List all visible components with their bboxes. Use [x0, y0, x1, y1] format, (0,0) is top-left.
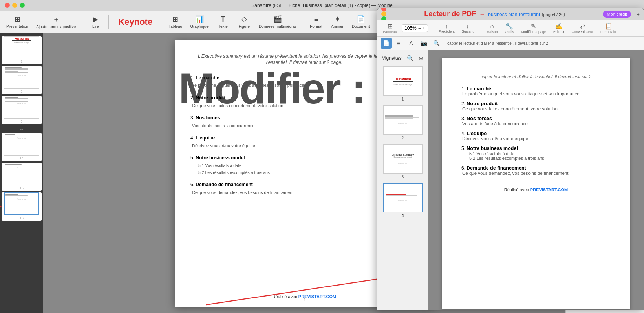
toolbar-format[interactable]: ≡ Format [306, 14, 326, 30]
slide-num-1: 1 [20, 59, 22, 64]
slide-thumb-1[interactable]: Restaurant Notes de bas de page 1 [2, 36, 42, 64]
pdf-second-toolbar: 📄 ≡ A 📷 🔍 capter le lecteur et d'aller à… [377, 37, 644, 50]
outils-label: Outils [505, 33, 514, 34]
convertisseur-label: Convertisseur [571, 33, 593, 34]
main-area: Restaurant Notes de bas de page 1 Notes … [0, 33, 644, 313]
item-5-title: Notre business model [196, 155, 245, 161]
slide-thumb-3[interactable]: Notes de bas 3 [2, 96, 42, 124]
slide-num-3: 3 [20, 119, 22, 124]
pdf-camera-btn[interactable]: 📷 [418, 38, 429, 49]
item-3-title: Nos forces [196, 115, 220, 121]
toolbar-figure-label: Figure [239, 24, 250, 29]
toolbar-animer[interactable]: ✦ Animer [327, 13, 347, 30]
maximize-button[interactable] [20, 3, 25, 8]
toolbar-texte-label: Texte [218, 24, 228, 29]
toolbar-figure[interactable]: ◇ Figure [234, 13, 254, 30]
pdf-tool-editeur[interactable]: ✍ Éditeur [551, 33, 567, 35]
pdf-tool-modifier-page[interactable]: ✎ Modifier la page [519, 33, 549, 35]
toolbar-multimedia[interactable]: 🎬 Données multimédias [256, 13, 300, 30]
pdf-thumb-3[interactable]: Executive Summary Description du projet … [379, 144, 426, 179]
pdf-list-item-4: 4. L'équipe Décrivez-vous et/ou votre éq… [461, 131, 611, 141]
pdf-thumb-4[interactable]: Notes de bas 4 [379, 183, 426, 218]
pdf-thumb-4-img: Notes de bas [383, 183, 423, 212]
pdf-item-6-desc: Ce que vous demandez, vos besoins de fin… [461, 171, 611, 176]
pdf-list-item-1: 1. Le marché Le problème auquel vous vou… [461, 86, 611, 96]
pdf-tool-precedent[interactable]: ↑ Précédent [436, 33, 457, 34]
pdf-toolbar: ⊞ Panneau 105% − + ↑ Précédent ↓ Suivant… [377, 33, 644, 37]
toolbar-separator [82, 15, 82, 29]
pdf-text-btn[interactable]: A [406, 38, 417, 49]
pdf-thumbs-header: Vignettes 🔍 ⊕ [379, 53, 426, 63]
pdf-thumbs-zoom-icon[interactable]: ⊕ [419, 55, 423, 61]
pdf-item-5-1: 5.1 Vos résultats à date [461, 151, 611, 156]
slide-num-14: 14 [20, 156, 24, 161]
pdf-outline-btn[interactable]: ≡ [393, 38, 404, 49]
toolbar-presentation-label: Présentation [6, 24, 28, 29]
pdf-tool-formulaire[interactable]: 📋 Formulaire [598, 33, 620, 35]
pdf-tool-panneau[interactable]: ⊞ Panneau [381, 33, 399, 35]
format-icon: ≡ [314, 15, 318, 24]
suivant-label: Suivant [462, 33, 474, 33]
keynote-title: Keynote [112, 17, 159, 27]
maison-label: Maison [487, 33, 498, 34]
slide-thumb-2[interactable]: Notes de bas 2 [2, 66, 42, 94]
pdf-thumb-3-img: Executive Summary Description du projet … [383, 144, 423, 174]
pdf-header-note: capter le lecteur et d'aller à l'essenti… [461, 74, 611, 80]
toolbar-texte[interactable]: T Texte [213, 14, 233, 30]
toolbar-read-label: Lire [92, 24, 99, 29]
slide-footer-link[interactable]: PREVISTART.COM [298, 294, 336, 299]
pdf-tool-convertisseur[interactable]: ⇄ Convertisseur [569, 33, 596, 35]
toolbar-graphique-label: Graphique [190, 24, 209, 29]
pdf-tool-outils[interactable]: 🔧 Outils [503, 33, 516, 35]
pdf-page: capter le lecteur et d'aller à l'essenti… [442, 58, 630, 309]
slide-thumb-16[interactable]: Notes de bas 16 [2, 192, 42, 221]
toolbar-presentation[interactable]: ⊞ Présentation [3, 13, 31, 30]
pdf-footer: Réalisé avec PREVISTART.COM [461, 187, 611, 192]
precedent-label: Précédent [439, 33, 455, 33]
pdf-thumb-4-num: 4 [402, 214, 404, 218]
pdf-thumb-1-img: Restaurant Notes de bas de page [383, 66, 423, 96]
toolbar-document[interactable]: 📄 Document [349, 13, 373, 30]
pdf-thumbs-search-icon[interactable]: 🔍 [407, 55, 413, 61]
add-slide-icon: ＋ [53, 15, 60, 24]
pdf-page-content: capter le lecteur et d'aller à l'essenti… [461, 74, 611, 192]
pdf-search-btn[interactable]: 🔍 [431, 38, 442, 49]
pdf-thumb-1-num: 1 [402, 97, 404, 101]
toolbar-read[interactable]: ▶ Lire [86, 13, 105, 30]
pdf-item-3-title: Nos forces [467, 116, 492, 121]
minimize-button[interactable] [12, 3, 17, 8]
read-icon: ▶ [93, 15, 98, 24]
slide-thumb-14[interactable]: Notes de bas 14 [2, 133, 42, 161]
pdf-page-view-btn[interactable]: 📄 [381, 38, 392, 49]
toolbar-format-label: Format [310, 24, 322, 29]
pdf-footer-link[interactable]: PREVISTART.COM [530, 187, 568, 192]
item-6-title: Demande de financement [196, 182, 252, 187]
toolbar-separator-3 [162, 15, 162, 29]
pdf-thumb-2[interactable]: Notes de bas 2 [379, 105, 426, 140]
toolbar-document-label: Document [352, 24, 370, 29]
modifier-page-label: Modifier la page [521, 33, 546, 34]
slide-thumb-15[interactable]: Notes de bas 15 [2, 163, 42, 191]
toolbar-animer-label: Animer [331, 24, 344, 29]
formulaire-label: Formulaire [600, 33, 617, 34]
toolbar-multimedia-label: Données multimédias [259, 24, 296, 29]
toolbar-add-slide[interactable]: ＋ Ajouter une diapositive [33, 13, 79, 31]
pdf-item-2-desc: Ce que vous faites concrètement, votre s… [461, 106, 611, 111]
pdf-thumb-2-img: Notes de bas [383, 105, 423, 135]
animer-icon: ✦ [335, 15, 340, 24]
pdf-item-5-title: Notre business model [467, 146, 518, 151]
pdf-thumb-1[interactable]: Restaurant Notes de bas de page 1 [379, 66, 426, 101]
panneau-label: Panneau [383, 33, 397, 34]
close-button[interactable] [5, 3, 10, 8]
toolbar-graphique[interactable]: 📊 Graphique [187, 13, 212, 30]
pdf-thumb-2-num: 2 [402, 136, 404, 140]
editeur-label: Éditeur [553, 33, 565, 34]
pdf-list-item-3: 3. Nos forces Vos atouts face à la concu… [461, 116, 611, 126]
toolbar-tableau[interactable]: ⊞ Tableau [165, 13, 185, 30]
pdf-tool-suivant[interactable]: ↓ Suivant [459, 33, 476, 34]
pdf-item-4-desc: Décrivez-vous et/ou votre équipe [461, 136, 611, 141]
multimedia-icon: 🎬 [273, 15, 282, 24]
pdf-reader-window: Lecteur de PDF → business-plan-restauran… [377, 33, 644, 310]
pdf-tool-maison[interactable]: ⌂ Maison [484, 33, 500, 35]
pdf-list-item-5: 5. Notre business model 5.1 Vos résultat… [461, 146, 611, 161]
